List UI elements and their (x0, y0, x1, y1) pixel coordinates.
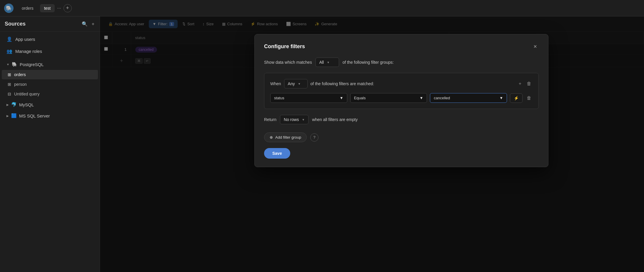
sidebar-title: Sources (5, 21, 26, 27)
add-filter-button[interactable]: + (518, 80, 523, 88)
plus-circle-icon: ⊕ (270, 135, 273, 140)
save-row: Save (264, 142, 539, 159)
filter-group-when-row: When Any ▼ of the following filters are … (270, 79, 374, 88)
filter-operator-select[interactable]: Equals ▼ (350, 93, 427, 103)
mysql-icon: 🐬 (11, 102, 17, 107)
match-selected-value: All (319, 60, 324, 65)
match-select[interactable]: All ▼ (316, 58, 339, 67)
sidebar: Sources 🔍 + 👤 App users 👥 Manage roles ▼… (0, 16, 100, 272)
sidebar-label-orders: orders (14, 72, 26, 77)
following-filters-label: of the following filters are matched: (311, 81, 374, 86)
when-select[interactable]: Any ▼ (284, 79, 308, 88)
sidebar-group-label-mysql: MySQL (19, 102, 34, 107)
sidebar-group-label-postgresql: PostgreSQL (20, 62, 44, 67)
return-selected-value: No rows (284, 117, 299, 122)
sidebar-item-label-app-users: App users (15, 37, 35, 42)
field-caret-icon: ▼ (340, 96, 343, 100)
tab-test[interactable]: test (40, 4, 55, 12)
return-row: Return No rows ▼ when all filters are em… (264, 115, 539, 124)
sidebar-group-header-mysql[interactable]: ▶ 🐬 MySQL (2, 100, 98, 110)
filter-value-text: cancelled (434, 96, 450, 100)
sidebar-group-postgresql: ▼ 🐘 PostgreSQL ⊞ orders ⊞ person ⊟ Untit… (0, 59, 100, 99)
return-suffix-label: when all filters are empty (312, 117, 358, 122)
modal-header: Configure filters × (264, 43, 539, 51)
filter-operator-value: Equals (354, 96, 366, 100)
sidebar-label-untitled-query: Untitled query (14, 92, 39, 96)
chevron-right-icon-mysql: ▶ (6, 103, 9, 106)
delete-filter-group-button[interactable]: 🗑 (525, 80, 533, 88)
top-bar: 🐘 orders test ··· + (0, 0, 644, 16)
help-button[interactable]: ? (310, 133, 318, 142)
filter-match-row: Show data which matches All ▼ of the fol… (264, 58, 539, 67)
delete-condition-button[interactable]: 🗑 (525, 94, 533, 102)
value-caret-icon: ▼ (499, 96, 503, 100)
chevron-right-icon-mssql: ▶ (6, 114, 9, 117)
filter-value-input[interactable]: cancelled ▼ (430, 93, 507, 103)
when-caret-icon: ▼ (298, 82, 301, 85)
sidebar-item-manage-roles[interactable]: 👥 Manage roles (2, 46, 98, 57)
show-data-label: Show data which matches (264, 60, 312, 65)
mssql-icon: 🟦 (11, 113, 17, 118)
sidebar-group-label-mssql: MS SQL Server (19, 113, 50, 118)
table-icon-person: ⊞ (8, 82, 11, 87)
operator-caret-icon: ▼ (419, 96, 423, 100)
content-area: 🔒 Access: App user ▼ Filter: 1 ⇅ Sort ↕ … (100, 16, 644, 272)
filter-condition-row: status ▼ Equals ▼ cancelled ▼ ⚡ 🗑 (270, 93, 533, 103)
filter-group-box: When Any ▼ of the following filters are … (264, 73, 539, 109)
tab-orders[interactable]: orders (18, 4, 38, 12)
postgresql-icon: 🐘 (12, 62, 17, 67)
configure-filters-modal: Configure filters × Show data which matc… (254, 34, 548, 167)
sidebar-item-person[interactable]: ⊞ person (2, 80, 98, 89)
table-icon-orders: ⊞ (8, 72, 11, 77)
user-icon: 👤 (6, 36, 12, 42)
question-icon: ? (313, 135, 316, 140)
sidebar-group-mssql: ▶ 🟦 MS SQL Server (0, 110, 100, 121)
sidebar-item-orders[interactable]: ⊞ orders (2, 70, 98, 79)
sidebar-item-untitled-query[interactable]: ⊟ Untitled query (2, 89, 98, 99)
filter-group-actions: + 🗑 (518, 80, 533, 88)
when-selected-value: Any (288, 81, 295, 86)
sidebar-label-person: person (14, 82, 27, 87)
sidebar-group-header-mssql[interactable]: ▶ 🟦 MS SQL Server (2, 111, 98, 121)
search-button[interactable]: 🔍 (81, 21, 88, 27)
sidebar-group-header-postgresql[interactable]: ▼ 🐘 PostgreSQL (2, 59, 98, 69)
sidebar-action-buttons: 🔍 + (81, 21, 95, 27)
add-tab-button[interactable]: + (64, 4, 72, 12)
return-caret-icon: ▼ (302, 118, 305, 121)
return-select[interactable]: No rows ▼ (280, 115, 308, 124)
app-logo: 🐘 (4, 3, 14, 14)
svg-text:🐘: 🐘 (6, 5, 12, 11)
chevron-down-icon: ▼ (6, 63, 9, 66)
sidebar-section-main: 👤 App users 👥 Manage roles (0, 32, 100, 59)
add-filter-group-label: Add filter group (275, 135, 301, 140)
return-label: Return (264, 117, 276, 122)
add-source-button[interactable]: + (91, 21, 95, 27)
tab-more-icon[interactable]: ··· (57, 6, 61, 11)
filter-field-select[interactable]: status ▼ (270, 93, 347, 103)
match-caret-icon: ▼ (327, 61, 330, 64)
save-button[interactable]: Save (264, 148, 290, 159)
modal-title: Configure filters (264, 43, 305, 50)
sidebar-group-mysql: ▶ 🐬 MySQL (0, 99, 100, 110)
sidebar-item-app-users[interactable]: 👤 App users (2, 33, 98, 45)
when-label: When (270, 81, 281, 86)
lightning-button[interactable]: ⚡ (510, 93, 523, 103)
filter-group-header: When Any ▼ of the following filters are … (270, 79, 533, 88)
query-icon: ⊟ (8, 92, 11, 96)
main-layout: Sources 🔍 + 👤 App users 👥 Manage roles ▼… (0, 16, 644, 272)
sidebar-item-label-manage-roles: Manage roles (15, 49, 42, 54)
add-filter-group-button[interactable]: ⊕ Add filter group (264, 132, 307, 142)
filter-field-value: status (274, 96, 284, 100)
roles-icon: 👥 (6, 48, 12, 54)
bottom-actions: ⊕ Add filter group ? (264, 132, 539, 142)
modal-close-button[interactable]: × (532, 43, 539, 51)
sidebar-header: Sources 🔍 + (0, 16, 100, 32)
following-label: of the following filter groups: (343, 60, 394, 65)
